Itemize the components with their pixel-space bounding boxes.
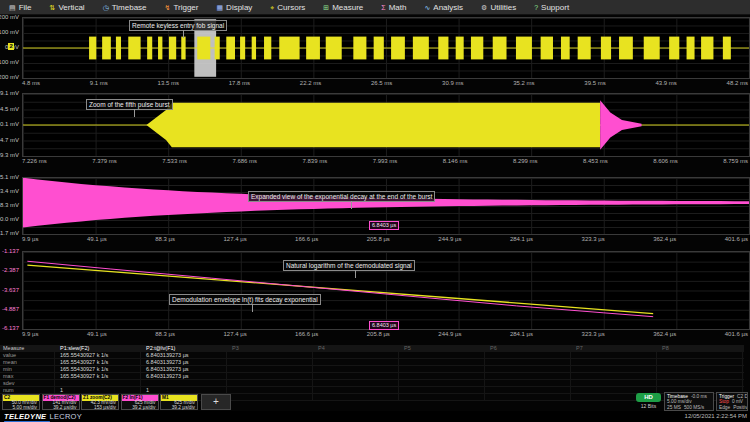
grid4-y-axis: -1.137-2.387-3.637-4.887-6.137 — [0, 251, 21, 328]
descriptor-f2[interactable]: F2 ln(F1)625 m/div39.2 µs/div — [121, 394, 159, 410]
measure-p8-mean — [657, 359, 743, 365]
descriptor-z1[interactable]: Z1 zoom(C2)42.3 mV/div153 µs/div — [81, 394, 119, 410]
y-axis-label: 545.1 mV — [0, 174, 19, 180]
measure-row-num: num11 — [0, 387, 744, 394]
measure-row-label: num — [0, 387, 55, 393]
measure-p8-sdev — [657, 380, 743, 386]
menu-item-support[interactable]: ?Support — [525, 0, 578, 14]
measure-row-label: max — [0, 373, 55, 379]
annotation-envelope-fit[interactable]: Demodulation envelope ln(t) fits decay e… — [169, 294, 321, 305]
x-axis-label: 9.1 ms — [90, 79, 108, 87]
menu-item-trigger[interactable]: ↯Trigger — [156, 0, 208, 14]
waveform-grid-decay[interactable]: Expanded view of the exponential decay a… — [22, 177, 750, 235]
grid2-y-axis: 169.1 mV84.5 mV-0.1 mV-84.7 mV-169.3 mV — [0, 93, 21, 155]
annotation-fob-signal[interactable]: Remote keyless entry fob signal — [129, 20, 227, 31]
grid4-marker-readout[interactable]: 6.8403 µs — [369, 321, 399, 330]
timebase-samples: 25 MS — [667, 405, 681, 410]
x-axis-label: 362.4 µs — [653, 235, 676, 243]
measure-p4-num — [313, 387, 399, 393]
display-menu-icon: ▦ — [216, 4, 223, 11]
menu-bar: ▤File⇅Vertical◷Timebase↯Trigger▦Display⌖… — [0, 0, 750, 15]
x-axis-label: 8.453 ms — [583, 157, 608, 165]
menu-item-cursors[interactable]: ⌖Cursors — [261, 0, 314, 14]
measure-p5-status — [399, 394, 485, 400]
vertical-menu-icon: ⇅ — [50, 4, 56, 11]
menu-item-utilities[interactable]: ⚙Utilities — [472, 0, 525, 14]
descriptor-m1[interactable]: M1625 m/div39.2 µs/div — [160, 394, 198, 410]
x-axis-label: 26.5 ms — [371, 79, 392, 87]
y-axis-label: -6.137 — [2, 325, 19, 331]
y-axis-label: 100 mV — [0, 29, 19, 35]
measure-p6-min — [485, 366, 571, 372]
grid3-marker-readout[interactable]: 6.8403 µs — [369, 221, 399, 230]
measure-p2-num: 1 — [141, 387, 227, 393]
measure-p5-min — [399, 366, 485, 372]
add-trace-button[interactable]: + — [201, 394, 231, 410]
measure-p1-header[interactable]: P1:slew(F2) — [55, 345, 141, 351]
measure-header-row: MeasureP1:slew(F2)P2:t@lv(F1)P3P4P5P6P7P… — [0, 345, 744, 352]
teledyne-lecroy-logo: TELEDYNELECROY — [4, 412, 82, 421]
measure-p2-header[interactable]: P2:t@lv(F1) — [141, 345, 227, 351]
descriptor-c2[interactable]: C250.0 mV/div5.00 ms/div — [2, 394, 40, 410]
measure-row-max: max165.55430927 k 1/s6.8403139273 µs — [0, 373, 744, 380]
trigger-mode: Stop — [719, 399, 729, 404]
x-axis-label: 43.9 ms — [655, 79, 676, 87]
cursors-menu-icon: ⌖ — [270, 4, 274, 11]
x-axis-label: 30.9 ms — [442, 79, 463, 87]
measure-p1-min: 165.55430927 k 1/s — [55, 366, 141, 372]
x-axis-label: 7.839 ms — [303, 157, 328, 165]
menu-item-math[interactable]: ΣMath — [372, 0, 415, 14]
y-axis-label: -1.137 — [2, 248, 19, 254]
menu-item-file[interactable]: ▤File — [0, 0, 41, 14]
x-axis-label: 127.4 µs — [224, 235, 247, 243]
menu-item-measure[interactable]: ⊞Measure — [314, 0, 372, 14]
hd-logo: HD — [636, 393, 661, 402]
annotation-exponential-decay[interactable]: Expanded view of the exponential decay a… — [248, 191, 435, 202]
measure-p6-status — [485, 394, 571, 400]
measure-p5-max — [399, 373, 485, 379]
annotation-zoom-burst[interactable]: Zoom of the fifth pulse burst — [86, 99, 173, 110]
measure-p8-header[interactable]: P8 — [657, 345, 743, 351]
measure-p3-mean — [227, 359, 313, 365]
menu-item-display[interactable]: ▦Display — [207, 0, 261, 14]
measure-p4-value — [313, 352, 399, 358]
descriptor-hscale: 5.00 ms/div — [3, 406, 39, 411]
menu-item-timebase[interactable]: ◷Timebase — [94, 0, 156, 14]
timebase-summary[interactable]: Timebase-0.0 ms 5.00 ms/div 25 MS500 MS/… — [664, 392, 714, 411]
measure-row-value: value165.55430927 k 1/s6.8403139273 µs — [0, 352, 744, 359]
x-axis-label: 362.4 µs — [653, 330, 676, 338]
measure-p5-mean — [399, 359, 485, 365]
measure-p5-num — [399, 387, 485, 393]
waveform-grid-rf-bursts[interactable]: Remote keyless entry fob signal 2 — [22, 17, 750, 79]
y-axis-label: -2.387 — [2, 267, 19, 273]
measure-p3-sdev — [227, 380, 313, 386]
measure-p5-header[interactable]: P5 — [399, 345, 485, 351]
menu-item-label: Support — [541, 3, 569, 12]
measure-p3-header[interactable]: P3 — [227, 345, 313, 351]
descriptor-f1[interactable]: F1 demod(C2)141 mV/div39.2 µs/div — [42, 394, 80, 410]
measure-row-mean: mean165.55430927 k 1/s6.8403139273 µs — [0, 359, 744, 366]
trigger-title: Trigger — [719, 394, 734, 399]
descriptor-hscale: 39.2 µs/div — [161, 406, 197, 411]
menu-item-vertical[interactable]: ⇅Vertical — [41, 0, 94, 14]
measure-p4-header[interactable]: P4 — [313, 345, 399, 351]
y-axis-label: -4.887 — [2, 306, 19, 312]
waveform-grid-log-fit[interactable]: Natural logarithm of the demodulated sig… — [22, 251, 750, 330]
measure-row-min: min165.55430927 k 1/s6.8403139273 µs — [0, 366, 744, 373]
measure-p5-value — [399, 352, 485, 358]
menu-item-analysis[interactable]: ∿Analysis — [415, 0, 472, 14]
x-axis-label: 127.4 µs — [224, 330, 247, 338]
x-axis-label: 8.299 ms — [513, 157, 538, 165]
x-axis-label: 166.6 µs — [295, 235, 318, 243]
menu-item-label: Vertical — [58, 3, 84, 12]
trigger-summary[interactable]: TriggerC2 DC Stop0 mV EdgePositive — [716, 392, 748, 411]
measure-p6-header[interactable]: P6 — [485, 345, 571, 351]
x-axis-label: 8.759 ms — [723, 157, 748, 165]
channel-2-level-marker[interactable]: 2 — [8, 43, 14, 50]
measure-p7-header[interactable]: P7 — [571, 345, 657, 351]
menu-item-label: Utilities — [490, 3, 516, 12]
x-axis-label: 22.2 ms — [300, 79, 321, 87]
annotation-natural-log[interactable]: Natural logarithm of the demodulated sig… — [283, 260, 415, 271]
waveform-grid-burst-zoom[interactable]: Zoom of the fifth pulse burst — [22, 93, 750, 157]
grid2-x-axis: 7.226 ms7.379 ms7.533 ms7.686 ms7.839 ms… — [22, 157, 748, 165]
